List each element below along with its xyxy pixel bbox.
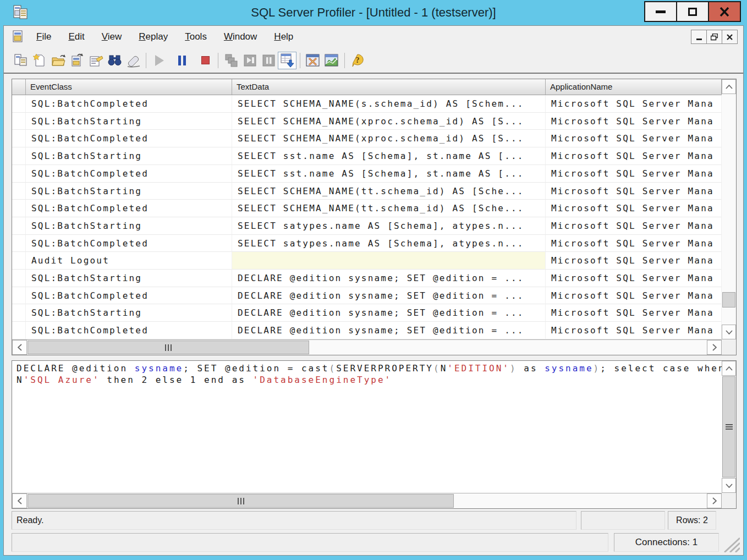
performance-monitor-button[interactable] [322, 52, 341, 69]
table-cell: SQL:BatchCompleted [26, 287, 232, 305]
help-button[interactable]: ? [348, 52, 367, 69]
open-trace-button[interactable] [49, 52, 68, 69]
detail-hscroll-thumb[interactable] [28, 494, 454, 508]
table-cell: Microsoft SQL Server Mana [546, 304, 722, 322]
table-cell [12, 147, 26, 165]
table-row[interactable]: SQL:BatchStartingDECLARE @edition sysnam… [12, 270, 722, 287]
menu-edit[interactable]: Edit [62, 28, 90, 46]
start-replay-button[interactable] [150, 52, 168, 69]
table-cell: DECLARE @edition sysname; SET @edition =… [232, 304, 546, 322]
toggle-breakpoint-button[interactable] [259, 52, 278, 69]
clear-trace-button[interactable] [124, 52, 142, 69]
table-row[interactable]: Audit LogoutMicrosoft SQL Server Mana [12, 252, 722, 270]
save-template-button[interactable] [68, 52, 86, 69]
new-template-button[interactable] [30, 52, 49, 69]
execute-one-step-button[interactable] [222, 52, 240, 69]
chevron-up-icon [726, 366, 733, 371]
column-header-applicationname[interactable]: ApplicationName [546, 79, 722, 95]
detail-scroll-left-button[interactable] [12, 493, 27, 508]
table-cell: SELECT SCHEMA_NAME(tt.schema_id) AS [Sch… [232, 183, 546, 200]
detail-scroll-right-button[interactable] [707, 493, 722, 508]
table-row[interactable]: SQL:BatchCompletedDECLARE @edition sysna… [12, 287, 722, 305]
close-button[interactable] [708, 1, 741, 22]
mdi-close-button[interactable] [722, 30, 738, 44]
table-cell [12, 322, 26, 339]
table-row[interactable]: SQL:BatchStartingDECLARE @edition sysnam… [12, 304, 722, 322]
properties-button[interactable] [86, 52, 105, 69]
pause-replay-button[interactable] [173, 52, 191, 69]
table-cell: SQL:BatchCompleted [26, 130, 232, 147]
grid-hscroll-thumb[interactable] [28, 341, 309, 354]
table-cell: DECLARE @edition sysname; SET @edition =… [232, 322, 546, 339]
grid-scroll-left-button[interactable] [12, 340, 27, 355]
find-button[interactable] [105, 52, 124, 69]
grid-vscroll-thumb[interactable] [722, 292, 735, 308]
toolbar-separator [146, 53, 146, 68]
table-cell: SQL:BatchCompleted [26, 200, 232, 217]
detail-scroll-up-button[interactable] [722, 361, 736, 376]
chevron-down-icon [726, 330, 733, 334]
grid-scroll-down-button[interactable] [722, 325, 736, 339]
table-cell: SELECT sst.name AS [Schema], st.name AS … [232, 165, 546, 183]
table-cell [12, 304, 26, 322]
table-cell: SQL:BatchStarting [26, 113, 232, 130]
tuning-advisor-button[interactable] [304, 52, 322, 69]
scrollbar-corner [722, 493, 736, 508]
resize-grip-icon[interactable] [719, 535, 740, 552]
menu-window[interactable]: Window [218, 28, 263, 46]
table-row[interactable]: SQL:BatchCompletedSELECT satypes.name AS… [12, 235, 722, 252]
table-row[interactable]: SQL:BatchStartingSELECT SCHEMA_NAME(xpro… [12, 113, 722, 130]
detail-pane[interactable]: DECLARE @edition sysname; SET @edition =… [12, 360, 737, 509]
detail-vscroll-thumb[interactable] [722, 376, 735, 477]
table-cell: SELECT sst.name AS [Schema], st.name AS … [232, 147, 546, 165]
column-header-textdata[interactable]: TextData [232, 79, 546, 95]
table-cell: SQL:BatchStarting [26, 147, 232, 165]
table-row[interactable]: SQL:BatchStartingSELECT sst.name AS [Sch… [12, 147, 722, 165]
table-row[interactable]: SQL:BatchCompletedSELECT SCHEMA_NAME(xpr… [12, 130, 722, 147]
table-cell: SQL:BatchCompleted [26, 165, 232, 183]
minimize-button[interactable] [644, 1, 677, 22]
column-header-eventclass[interactable]: EventClass [26, 79, 232, 95]
maximize-button[interactable] [676, 1, 709, 22]
help-icon: ? [350, 53, 365, 68]
menu-help[interactable]: Help [268, 28, 299, 46]
title-bar: SQL Server Profiler - [Untitled - 1 (tes… [0, 0, 747, 25]
grid-scroll-right-button[interactable] [707, 340, 722, 355]
table-row[interactable]: SQL:BatchCompletedDECLARE @edition sysna… [12, 322, 722, 339]
table-cell [12, 183, 26, 200]
grid-header: EventClass TextData ApplicationName [12, 79, 722, 95]
table-cell: SELECT SCHEMA_NAME(s.schema_id) AS [Sche… [232, 95, 546, 113]
auto-scroll-button[interactable] [278, 52, 296, 69]
run-to-cursor-button[interactable] [240, 52, 259, 69]
toolbar: ? [4, 48, 743, 74]
table-cell [12, 217, 26, 235]
window-title: SQL Server Profiler - [Untitled - 1 (tes… [0, 0, 747, 25]
mdi-restore-button[interactable] [706, 30, 722, 44]
chevron-right-icon [712, 344, 717, 351]
table-cell: Audit Logout [26, 252, 232, 270]
table-cell [12, 252, 26, 270]
status-panel-blank [581, 511, 665, 530]
stop-replay-button[interactable] [196, 52, 215, 69]
maximize-icon [688, 8, 697, 16]
table-cell: Microsoft SQL Server Mana [546, 165, 722, 183]
menu-tools[interactable]: Tools [179, 28, 213, 46]
grid-scroll-up-button[interactable] [722, 79, 736, 94]
table-row[interactable]: SQL:BatchStartingSELECT SCHEMA_NAME(tt.s… [12, 183, 722, 200]
mdi-minimize-button[interactable] [691, 30, 707, 44]
row-selector-header [12, 79, 26, 95]
menu-view[interactable]: View [96, 28, 128, 46]
run-to-cursor-icon [243, 53, 257, 68]
new-trace-button[interactable] [12, 52, 30, 69]
chevron-up-icon [726, 85, 733, 89]
menu-replay[interactable]: Replay [133, 28, 174, 46]
table-row[interactable]: SQL:BatchCompletedSELECT SCHEMA_NAME(tt.… [12, 200, 722, 217]
table-row[interactable]: SQL:BatchCompletedSELECT sst.name AS [Sc… [12, 165, 722, 183]
table-cell [12, 287, 26, 305]
table-cell [232, 252, 546, 270]
table-cell [12, 235, 26, 252]
table-row[interactable]: SQL:BatchStartingSELECT satypes.name AS … [12, 217, 722, 235]
detail-scroll-down-button[interactable] [722, 478, 736, 493]
menu-file[interactable]: File [30, 28, 57, 46]
table-row[interactable]: SQL:BatchCompletedSELECT SCHEMA_NAME(s.s… [12, 95, 722, 113]
